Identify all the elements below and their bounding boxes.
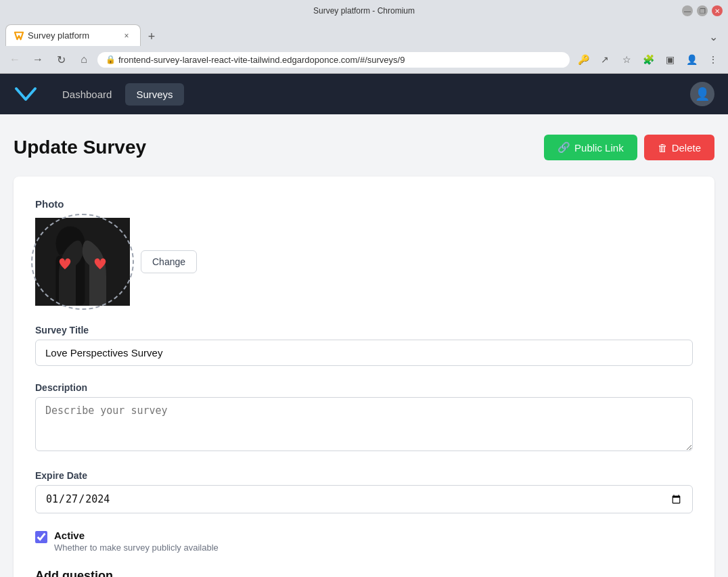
forward-button[interactable]: → xyxy=(28,50,47,69)
tab-label: Survey platform xyxy=(28,30,89,41)
active-hint: Whether to make survey publicly availabl… xyxy=(54,543,219,553)
tab-overflow-icon[interactable]: ⌄ xyxy=(709,30,718,43)
tab-favicon-icon xyxy=(14,31,24,41)
window-controls: — ❐ ✕ xyxy=(682,5,723,16)
survey-title-input[interactable] xyxy=(35,340,693,366)
browser-chrome: Survey platform - Chromium — ❐ ✕ Survey … xyxy=(0,0,728,74)
close-button[interactable]: ✕ xyxy=(712,5,723,16)
public-link-button[interactable]: 🔗 Public Link xyxy=(544,135,637,160)
expire-date-label: Expire Date xyxy=(35,470,693,481)
trash-icon: 🗑 xyxy=(658,142,668,154)
survey-title-label: Survey Title xyxy=(35,325,693,336)
lock-icon: 🔒 xyxy=(106,55,116,64)
header-buttons: 🔗 Public Link 🗑 Delete xyxy=(544,135,714,160)
active-group: Active Whether to make survey publicly a… xyxy=(35,530,693,553)
user-avatar-button[interactable]: 👤 xyxy=(690,82,714,106)
bookmark-icon[interactable]: ☆ xyxy=(617,50,636,69)
share-icon[interactable]: ↗ xyxy=(595,50,614,69)
extension-icon[interactable]: 🧩 xyxy=(639,50,658,69)
back-button[interactable]: ← xyxy=(5,50,24,69)
profile-icon[interactable]: 👤 xyxy=(682,50,701,69)
new-tab-button[interactable]: + xyxy=(142,27,161,46)
page-header: Update Survey 🔗 Public Link 🗑 Delete xyxy=(14,135,714,160)
window-title: Survey platform - Chromium xyxy=(313,6,415,16)
delete-button[interactable]: 🗑 Delete xyxy=(644,135,714,160)
refresh-button[interactable]: ↻ xyxy=(51,50,70,69)
description-label: Description xyxy=(35,382,693,393)
nav-dashboard[interactable]: Dashboard xyxy=(51,83,122,106)
active-checkbox-labels: Active Whether to make survey publicly a… xyxy=(54,530,219,553)
public-link-label: Public Link xyxy=(574,142,624,154)
tab-overflow-button: ⌄ xyxy=(704,27,723,46)
expire-date-input[interactable] xyxy=(35,485,693,513)
tab-bar: Survey platform × + ⌄ xyxy=(0,22,728,46)
active-checkbox-row: Active Whether to make survey publicly a… xyxy=(35,530,693,553)
title-bar: Survey platform - Chromium — ❐ ✕ xyxy=(0,0,728,22)
survey-title-group: Survey Title xyxy=(35,325,693,366)
photo-preview: Change xyxy=(35,218,693,306)
menu-icon[interactable]: ⋮ xyxy=(704,50,723,69)
delete-label: Delete xyxy=(672,142,701,154)
user-avatar-icon: 👤 xyxy=(695,87,710,101)
minimize-button[interactable]: — xyxy=(682,5,693,16)
main-content: Update Survey 🔗 Public Link 🗑 Delete Pho… xyxy=(0,114,728,577)
tab-close-button[interactable]: × xyxy=(121,30,132,41)
app-logo-icon xyxy=(14,82,38,106)
description-group: Description xyxy=(35,382,693,454)
url-text: frontend-survey-laravel-react-vite-tailw… xyxy=(118,55,405,65)
link-icon: 🔗 xyxy=(558,141,570,154)
survey-image xyxy=(35,218,130,306)
url-bar[interactable]: 🔒 frontend-survey-laravel-react-vite-tai… xyxy=(97,52,570,68)
address-bar: ← → ↻ ⌂ 🔒 frontend-survey-laravel-react-… xyxy=(0,46,728,73)
page-title: Update Survey xyxy=(14,137,146,158)
change-photo-button[interactable]: Change xyxy=(141,250,197,273)
sidebar-toggle-icon[interactable]: ▣ xyxy=(660,50,679,69)
description-textarea[interactable] xyxy=(35,397,693,451)
home-button[interactable]: ⌂ xyxy=(74,50,93,69)
maximize-button[interactable]: ❐ xyxy=(697,5,708,16)
nav-links: Dashboard Surveys xyxy=(51,83,184,106)
active-tab[interactable]: Survey platform × xyxy=(5,24,141,46)
svg-marker-0 xyxy=(15,32,23,39)
expire-date-group: Expire Date xyxy=(35,470,693,513)
form-card: Photo xyxy=(14,177,714,577)
password-manager-icon[interactable]: 🔑 xyxy=(574,50,593,69)
nav-surveys[interactable]: Surveys xyxy=(125,83,183,106)
active-label: Active xyxy=(54,530,219,541)
app-navbar: Dashboard Surveys 👤 xyxy=(0,74,728,114)
photo-section: Photo xyxy=(35,198,693,306)
address-bar-icons: 🔑 ↗ ☆ 🧩 ▣ 👤 ⋮ xyxy=(574,50,723,69)
active-checkbox[interactable] xyxy=(35,531,47,543)
photo-wrapper xyxy=(35,218,130,306)
photo-label: Photo xyxy=(35,198,693,210)
add-question-title: Add question xyxy=(35,569,693,577)
